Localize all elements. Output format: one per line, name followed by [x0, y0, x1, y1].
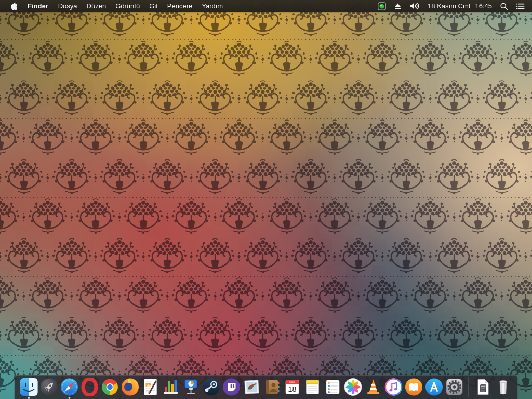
apple-icon [10, 2, 17, 10]
dock-item-reminders[interactable] [324, 378, 342, 396]
notes-icon [303, 378, 322, 396]
dock-item-firefox[interactable] [121, 378, 140, 396]
menu-item-duzen[interactable]: Düzen [82, 0, 111, 12]
dock-item-contacts[interactable] [263, 378, 282, 396]
dock-item-pages[interactable] [141, 378, 160, 396]
apple-menu[interactable] [6, 2, 22, 10]
dock-item-document[interactable] [474, 378, 493, 396]
ibooks-icon [405, 378, 423, 396]
menu-bar-time: 16:45 [475, 2, 492, 10]
menu-item-yardim[interactable]: Yardım [197, 0, 228, 12]
dock-item-launchpad[interactable] [40, 378, 59, 396]
dock: KAS 18 [15, 375, 518, 399]
system-preferences-icon [445, 378, 464, 396]
calendar-day-label: 18 [288, 385, 296, 393]
vlc-icon [364, 378, 383, 396]
dock-item-finder[interactable] [20, 378, 38, 396]
trash-icon [494, 378, 513, 396]
keynote-icon [182, 378, 201, 396]
dock-item-vlc[interactable] [364, 378, 383, 396]
calendar-icon: KAS 18 [283, 378, 302, 396]
dock-item-photos[interactable] [344, 378, 363, 396]
twitch-icon [222, 378, 241, 396]
dock-item-trash[interactable] [494, 378, 513, 396]
spotlight-menu-extra[interactable] [500, 2, 508, 10]
vignette [0, 0, 532, 399]
menu-bar-date: 18 Kasım Cmt [428, 2, 470, 10]
search-icon [500, 2, 508, 10]
menu-bar-clock[interactable]: 18 Kasım Cmt 16:45 [428, 2, 492, 10]
menu-item-dosya[interactable]: Dosya [54, 0, 82, 12]
menu-item-finder[interactable]: Finder [22, 0, 54, 12]
appstore-icon [425, 378, 444, 396]
itunes-icon [384, 378, 403, 396]
menu-item-goruntu[interactable]: Görüntü [111, 0, 144, 12]
dock-item-appstore[interactable] [425, 378, 444, 396]
dock-item-twitch[interactable] [222, 378, 241, 396]
dock-item-opera[interactable] [81, 378, 99, 396]
contacts-icon [263, 378, 282, 396]
eject-menu-extra[interactable] [394, 3, 402, 10]
volume-menu-extra[interactable] [409, 2, 420, 10]
desktop: Finder Dosya Düzen Görüntü Git Pencere Y… [0, 0, 532, 399]
calendar-month-label: KAS [289, 380, 295, 383]
notification-center-icon [516, 3, 525, 10]
safari-icon [60, 378, 79, 396]
dock-item-steam[interactable] [202, 378, 221, 396]
green-orb-icon [378, 2, 386, 10]
menu-item-git[interactable]: Git [144, 0, 163, 12]
menu-bar-status-area: 18 Kasım Cmt 16:45 [378, 2, 532, 10]
dock-item-chrome[interactable] [101, 378, 119, 396]
dock-item-numbers[interactable] [162, 378, 180, 396]
launchpad-icon [40, 378, 59, 396]
app-status-menu-extra[interactable] [378, 2, 386, 10]
document-icon [474, 378, 493, 396]
mail-icon [243, 378, 261, 396]
dock-item-calendar[interactable]: KAS 18 [283, 378, 302, 396]
dock-item-ibooks[interactable] [405, 378, 423, 396]
dock-separator [469, 377, 469, 397]
dock-item-safari[interactable] [60, 378, 79, 396]
opera-icon [81, 378, 99, 396]
chrome-icon [101, 378, 119, 396]
menu-bar: Finder Dosya Düzen Görüntü Git Pencere Y… [0, 0, 532, 12]
pages-icon [141, 378, 160, 396]
wallpaper [0, 0, 532, 399]
numbers-icon [162, 378, 180, 396]
menu-bar-left: Finder Dosya Düzen Görüntü Git Pencere Y… [0, 0, 228, 12]
dock-item-keynote[interactable] [182, 378, 201, 396]
notification-center-menu-extra[interactable] [516, 3, 525, 10]
dock-item-notes[interactable] [303, 378, 322, 396]
photos-icon [344, 378, 363, 396]
finder-icon [20, 378, 38, 396]
dock-item-mail[interactable] [243, 378, 261, 396]
steam-icon [202, 378, 221, 396]
running-indicator [28, 397, 30, 399]
volume-full-icon [409, 2, 420, 10]
menu-item-pencere[interactable]: Pencere [163, 0, 197, 12]
dock-item-itunes[interactable] [384, 378, 403, 396]
reminders-icon [324, 378, 342, 396]
dock-item-system-preferences[interactable] [445, 378, 464, 396]
firefox-icon [121, 378, 140, 396]
running-indicator [69, 397, 71, 399]
eject-icon [394, 3, 402, 10]
